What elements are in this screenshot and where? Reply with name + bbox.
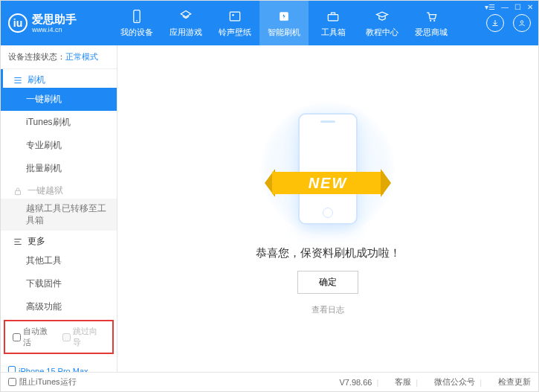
tab-smart-flash[interactable]: 智能刷机 — [259, 1, 309, 45]
phone-icon — [129, 9, 144, 24]
sidebar-section-more[interactable]: 更多 — [1, 231, 117, 249]
user-button[interactable] — [513, 14, 531, 32]
tab-tutorials[interactable]: 教程中心 — [358, 1, 407, 45]
cart-icon — [424, 9, 439, 24]
sidebar-item-advanced[interactable]: 高级功能 — [1, 295, 117, 318]
brand-url: www.i4.cn — [32, 26, 77, 34]
apps-icon — [178, 9, 193, 24]
sidebar-item-itunes-flash[interactable]: iTunes刷机 — [1, 111, 117, 134]
device-info[interactable]: iPhone 15 Pro Max 512GB iPhone — [1, 362, 117, 372]
list-icon — [13, 75, 23, 86]
svg-point-3 — [232, 14, 234, 16]
svg-rect-5 — [328, 14, 338, 20]
tab-store[interactable]: 爱思商城 — [407, 1, 456, 45]
svg-point-1 — [136, 20, 138, 22]
maximize-icon[interactable]: ☐ — [514, 3, 521, 11]
sidebar-item-download-firmware[interactable]: 下载固件 — [1, 272, 117, 295]
tab-my-device[interactable]: 我的设备 — [112, 1, 161, 45]
tab-apps-games[interactable]: 应用游戏 — [161, 1, 210, 45]
connection-status: 设备连接状态：正常模式 — [1, 45, 117, 69]
logo-icon: iu — [8, 13, 28, 33]
success-message: 恭喜您，保资料刷机成功啦！ — [256, 246, 401, 260]
version-label: V7.98.66 — [339, 378, 372, 387]
image-icon — [227, 9, 242, 24]
brand-logo: iu 爱思助手 www.i4.cn — [8, 13, 112, 34]
svg-rect-9 — [16, 190, 21, 194]
sidebar-section-flash[interactable]: 刷机 — [1, 69, 117, 88]
svg-point-6 — [430, 19, 431, 21]
sidebar-item-pro-flash[interactable]: 专业刷机 — [1, 134, 117, 157]
graduation-icon — [375, 9, 390, 24]
sidebar: 设备连接状态：正常模式 刷机 一键刷机 iTunes刷机 专业刷机 批量刷机 一… — [1, 45, 117, 372]
top-navigation: 我的设备 应用游戏 铃声壁纸 智能刷机 工具箱 教程中心 — [112, 1, 486, 45]
toolbox-icon — [326, 9, 340, 24]
sidebar-item-other-tools[interactable]: 其他工具 — [1, 249, 117, 272]
sidebar-item-batch-flash[interactable]: 批量刷机 — [1, 157, 117, 180]
brand-name: 爱思助手 — [32, 13, 77, 26]
sidebar-section-jailbreak[interactable]: 一键越狱 — [1, 180, 117, 199]
skip-guide-checkbox[interactable]: 跳过向导 — [62, 326, 105, 348]
check-update-link[interactable]: 检查更新 — [498, 376, 531, 388]
auto-activate-checkbox[interactable]: 自动激活 — [13, 326, 55, 348]
close-icon[interactable]: ✕ — [527, 3, 533, 11]
success-illustration: NEW — [272, 102, 384, 236]
device-icon — [8, 366, 16, 372]
flash-icon — [277, 9, 291, 24]
tab-toolbox[interactable]: 工具箱 — [309, 1, 358, 45]
tab-ringtones-wallpaper[interactable]: 铃声壁纸 — [210, 1, 259, 45]
options-highlight: 自动激活 跳过向导 — [4, 320, 114, 354]
download-button[interactable] — [486, 14, 504, 32]
svg-rect-2 — [230, 12, 239, 21]
main-content: NEW 恭喜您，保资料刷机成功啦！ 确定 查看日志 — [117, 45, 538, 372]
settings-icon[interactable]: ▾☰ — [485, 3, 495, 11]
svg-point-7 — [433, 19, 435, 21]
more-icon — [13, 237, 23, 247]
app-header: iu 爱思助手 www.i4.cn 我的设备 应用游戏 铃声壁纸 智能刷机 — [1, 1, 538, 45]
ribbon-new: NEW — [272, 172, 384, 194]
jailbreak-note: 越狱工具已转移至工具箱 — [1, 199, 117, 231]
support-link[interactable]: 客服 — [395, 376, 411, 388]
minimize-icon[interactable]: — — [501, 3, 509, 11]
lock-icon — [13, 186, 23, 196]
status-bar: 阻止iTunes运行 V7.98.66 | 客服 | 微信公众号 | 检查更新 — [1, 372, 538, 391]
confirm-button[interactable]: 确定 — [297, 271, 358, 294]
block-itunes-checkbox[interactable]: 阻止iTunes运行 — [8, 376, 77, 388]
wechat-link[interactable]: 微信公众号 — [434, 376, 475, 388]
sidebar-item-oneclick-flash[interactable]: 一键刷机 — [1, 88, 117, 111]
svg-point-8 — [520, 21, 523, 24]
view-log-link[interactable]: 查看日志 — [312, 304, 344, 315]
